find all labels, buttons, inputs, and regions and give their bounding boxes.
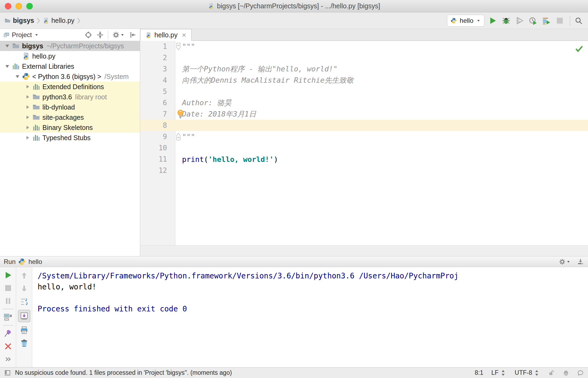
stop-button[interactable] bbox=[555, 16, 565, 26]
project-view-title[interactable]: Project bbox=[12, 31, 32, 39]
zoom-window-button[interactable] bbox=[26, 3, 33, 9]
code-line-4[interactable]: 4向伟大的Dennis MacAlistair Ritchie先生致敬 bbox=[140, 75, 588, 86]
soft-wrap-button[interactable] bbox=[19, 297, 29, 307]
fold-start-icon[interactable] bbox=[175, 41, 182, 52]
down-stack-button[interactable] bbox=[19, 284, 29, 294]
stop-button[interactable] bbox=[3, 283, 13, 293]
code-editor[interactable]: 1"""23第一个Python程序 - 输出"hello, world!"4向伟… bbox=[140, 41, 588, 245]
chevron-down-icon bbox=[476, 18, 481, 23]
event-log-bubble-icon[interactable] bbox=[577, 370, 584, 376]
more-button[interactable] bbox=[3, 354, 13, 364]
chevron-right-icon[interactable] bbox=[24, 114, 32, 120]
code-text: print('hello, world!') bbox=[182, 155, 278, 163]
editor-horizontal-scrollbar[interactable] bbox=[140, 245, 588, 256]
tree-item-hello.py[interactable]: hello.py bbox=[0, 51, 140, 61]
run-tool-window: Run hello /System/Library/Frameworks/Pyt… bbox=[0, 256, 588, 367]
code-line-3[interactable]: 3第一个Python程序 - 输出"hello, world!" bbox=[140, 63, 588, 75]
tree-item-binary-skeletons[interactable]: Binary Skeletons bbox=[0, 122, 140, 133]
pause-button[interactable] bbox=[3, 296, 13, 306]
chevron-down-icon[interactable] bbox=[3, 63, 11, 69]
profiler-button[interactable] bbox=[528, 16, 538, 26]
run-label[interactable]: Run bbox=[4, 258, 16, 266]
locate-button[interactable] bbox=[84, 31, 92, 39]
print-button[interactable] bbox=[19, 325, 29, 335]
code-line-6[interactable]: 6Author: 骆昊 bbox=[140, 97, 588, 108]
show-layouts-button[interactable] bbox=[3, 312, 13, 322]
caret-position-widget[interactable]: 8:1 bbox=[475, 369, 483, 376]
stopsq-icon bbox=[556, 16, 564, 25]
tree-item-python-3.6-bigsys[interactable]: < Python 3.6 (bigsys) >/System bbox=[0, 71, 140, 82]
hector-inspector-icon[interactable] bbox=[563, 370, 569, 376]
hide-down-button[interactable] bbox=[577, 258, 584, 266]
search-button[interactable] bbox=[574, 16, 584, 26]
main-toolbar bbox=[484, 16, 584, 26]
tree-item-label: Extended Definitions bbox=[42, 83, 104, 91]
tree-item-typeshed-stubs[interactable]: Typeshed Stubs bbox=[0, 133, 140, 143]
breadcrumb-label: hello.py bbox=[51, 17, 74, 24]
code-line-5[interactable]: 5 bbox=[140, 86, 588, 97]
encoding-value: UTF-8 bbox=[515, 369, 532, 376]
settings-button[interactable] bbox=[112, 31, 125, 39]
breadcrumb-label: bigsys bbox=[13, 17, 34, 24]
run-tool-window-body: /System/Library/Frameworks/Python.framew… bbox=[0, 267, 588, 367]
debug-button[interactable] bbox=[501, 16, 511, 26]
chevron-down-icon[interactable] bbox=[34, 32, 39, 37]
editor-tab-hello-py[interactable]: hello.py × bbox=[140, 29, 191, 41]
code-line-8[interactable]: 8 bbox=[140, 120, 588, 131]
settings-button[interactable] bbox=[558, 258, 571, 266]
chevron-right-icon[interactable] bbox=[24, 94, 32, 100]
concurrency-button[interactable] bbox=[541, 16, 551, 26]
coverage-button[interactable] bbox=[514, 16, 525, 26]
code-line-12[interactable]: 12 bbox=[140, 165, 588, 176]
clear-all-button[interactable] bbox=[19, 338, 29, 348]
run-console-output[interactable]: /System/Library/Frameworks/Python.framew… bbox=[32, 267, 588, 367]
code-line-2[interactable]: 2 bbox=[140, 52, 588, 63]
run-config-name[interactable]: hello bbox=[28, 258, 42, 266]
run-configuration-selector[interactable]: hello bbox=[447, 15, 484, 27]
tree-item-label: lib-dynload bbox=[42, 103, 75, 111]
collapse-all-button[interactable] bbox=[96, 31, 104, 39]
code-line-10[interactable]: 10 bbox=[140, 142, 588, 154]
close-tab-icon[interactable]: × bbox=[182, 31, 186, 39]
tree-item-lib-dynload[interactable]: lib-dynload bbox=[0, 102, 140, 112]
chevron-right-icon[interactable] bbox=[24, 125, 32, 130]
minimize-window-button[interactable] bbox=[16, 3, 22, 9]
arrowup-icon bbox=[20, 271, 28, 280]
chevron-right-icon[interactable] bbox=[24, 104, 32, 110]
chevron-right-icon[interactable] bbox=[24, 135, 32, 141]
close-button[interactable] bbox=[3, 341, 13, 351]
scroll-end-button[interactable] bbox=[18, 310, 30, 322]
tool-window-switcher-icon[interactable] bbox=[4, 370, 11, 376]
line-separator-widget[interactable]: LF bbox=[491, 369, 507, 376]
code-line-7[interactable]: 7Date: 2018年3月1日 bbox=[140, 108, 588, 120]
fold-end-icon[interactable] bbox=[175, 131, 182, 142]
breadcrumb-item-hello.py[interactable]: hello.py bbox=[43, 17, 74, 24]
hide-panel-button[interactable] bbox=[129, 31, 137, 39]
run-button[interactable] bbox=[488, 16, 498, 26]
tree-item-bigsys[interactable]: bigsys~/PycharmProjects/bigsys bbox=[0, 41, 140, 51]
close-window-button[interactable] bbox=[5, 3, 11, 9]
pin-button[interactable] bbox=[3, 329, 13, 339]
tree-item-python3.6[interactable]: python3.6library root bbox=[0, 92, 140, 102]
code-line-11[interactable]: 11print('hello, world!') bbox=[140, 154, 588, 165]
code-line-1[interactable]: 1""" bbox=[140, 41, 588, 52]
chevron-right-icon[interactable] bbox=[24, 84, 32, 90]
chevron-down-icon[interactable] bbox=[13, 74, 21, 79]
project-tree: bigsys~/PycharmProjects/bigsyshello.pyEx… bbox=[0, 41, 140, 256]
tree-item-extended-definitions[interactable]: Extended Definitions bbox=[0, 82, 140, 92]
bug-icon bbox=[502, 16, 510, 25]
unlock-icon[interactable] bbox=[548, 370, 555, 376]
status-bar-widgets: 8:1 LF UTF-8 bbox=[475, 369, 584, 376]
chevron-down-icon bbox=[566, 259, 571, 264]
intention-bulb-icon[interactable] bbox=[177, 109, 184, 119]
up-stack-button[interactable] bbox=[19, 270, 29, 281]
code-line-9[interactable]: 9""" bbox=[140, 131, 588, 142]
fold-gutter bbox=[175, 75, 182, 86]
tree-item-external-libraries[interactable]: External Libraries bbox=[0, 61, 140, 71]
tree-item-site-packages[interactable]: site-packages bbox=[0, 112, 140, 122]
chevron-down-icon[interactable] bbox=[3, 43, 11, 49]
encoding-widget[interactable]: UTF-8 bbox=[515, 369, 540, 376]
rerun-button[interactable] bbox=[3, 270, 13, 280]
run-header-actions bbox=[558, 258, 584, 266]
breadcrumb-item-bigsys[interactable]: bigsys bbox=[4, 17, 34, 24]
